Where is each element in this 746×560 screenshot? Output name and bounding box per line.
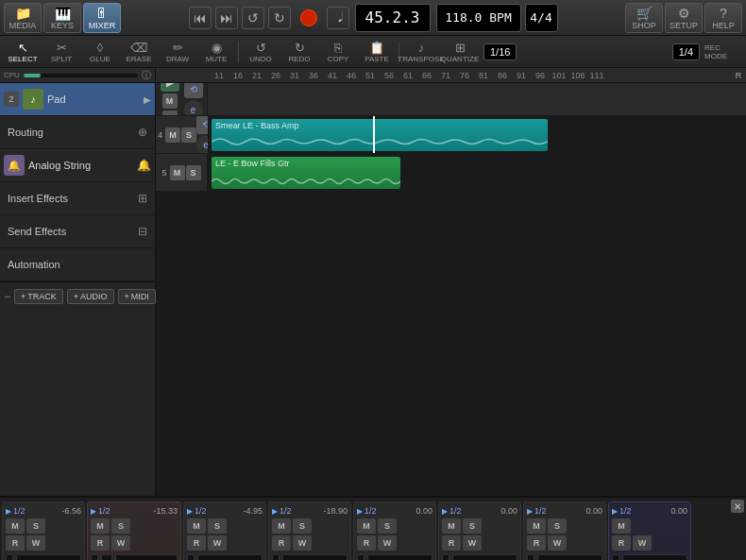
glue-tool[interactable]: ◊ GLUE (81, 39, 119, 65)
ch6-r-btn[interactable]: R (442, 535, 461, 551)
ch2-r-btn[interactable]: R (91, 535, 110, 551)
ch8-r-btn[interactable]: R (612, 535, 631, 551)
ch7-solo-btn[interactable]: S (548, 518, 567, 534)
quantize-value[interactable]: 1/16 (483, 43, 517, 60)
undo-transport-button[interactable]: ↺ (242, 7, 264, 29)
ebow-clip[interactable]: LE - E Bow Fills Gtr (212, 157, 400, 189)
ch5-solo-btn[interactable]: S (378, 518, 397, 534)
ch8-mute-btn[interactable]: M (612, 518, 631, 534)
ch4-w-btn[interactable]: W (293, 535, 312, 551)
ch5-w-btn[interactable]: W (378, 535, 397, 551)
ch1-r-btn[interactable]: R (6, 535, 25, 551)
ch3-fader-track[interactable] (197, 554, 263, 560)
bass-amp-waveform (212, 132, 548, 151)
section-automation[interactable]: Automation (0, 248, 155, 281)
ch4-solo-btn[interactable]: S (293, 518, 312, 534)
rewind-button[interactable]: ⏮ (189, 7, 212, 29)
info-icon[interactable]: ⓘ (142, 69, 151, 82)
ch7-w-btn[interactable]: W (548, 535, 567, 551)
main-area: CPU ⓘ 2 ♪ Pad ▶ Routing ⊕ 🔔 (0, 68, 746, 496)
mixer-button[interactable]: 🎚 MIXER (83, 3, 121, 33)
ch4-fader-track[interactable] (282, 554, 348, 560)
mute-tool[interactable]: ◉ MUTE (197, 39, 235, 65)
time-sig-display[interactable]: 4/4 (525, 4, 558, 32)
lane-fx-icon[interactable]: e (184, 100, 203, 116)
bpm-display[interactable]: 118.0 BPM (436, 4, 521, 32)
add-midi-button[interactable]: + MIDI (118, 289, 156, 304)
ch3-w-btn[interactable]: W (208, 535, 227, 551)
ch6-solo-btn[interactable]: S (463, 518, 482, 534)
bass-amp-mute-btn[interactable]: M (165, 127, 180, 143)
ch5-io-icon: ▶ (357, 507, 363, 516)
record-button[interactable] (300, 9, 317, 26)
ch2-w-btn[interactable]: W (111, 535, 130, 551)
ch1-fader-track[interactable] (16, 554, 81, 560)
cpu-track (24, 74, 138, 77)
paste-button[interactable]: 📋 PASTE (358, 39, 396, 65)
shop-button[interactable]: 🛒 SHOP (625, 3, 663, 33)
ch3-solo-btn[interactable]: S (208, 518, 227, 534)
transpose-button[interactable]: ♪ TRANSPOSE (402, 39, 440, 65)
track-play-icon[interactable]: ▶ (161, 83, 179, 92)
help-button[interactable]: ? HELP (704, 3, 742, 33)
section-send-effects[interactable]: Send Effects ⊟ (0, 215, 155, 248)
ebow-waveform (212, 174, 400, 189)
erase-tool[interactable]: ⌫ ERASE (120, 39, 158, 65)
ch6-mute-btn[interactable]: M (442, 518, 461, 534)
ch2-mute-btn[interactable]: M (91, 518, 110, 534)
ch2-fader-track[interactable] (115, 554, 178, 560)
ch7-ms-row: M S (527, 518, 602, 534)
add-audio-button[interactable]: + AUDIO (67, 289, 114, 304)
ch7-mute-btn[interactable]: M (527, 518, 546, 534)
ch1-solo-btn[interactable]: S (26, 518, 45, 534)
snap-value[interactable]: 1/4 (672, 43, 700, 60)
ebow-solo-btn[interactable]: S (186, 165, 201, 180)
undo-button[interactable]: ↺ UNDO (242, 39, 280, 65)
ch5-mute-btn[interactable]: M (357, 518, 376, 534)
redo-button[interactable]: ↻ REDO (280, 39, 318, 65)
ch3-r-btn[interactable]: R (187, 535, 206, 551)
bass-amp-solo-btn[interactable]: S (181, 127, 196, 143)
select-tool[interactable]: ↖ SELECT (4, 39, 42, 65)
draw-tool[interactable]: ✏ DRAW (159, 39, 196, 65)
ch8-w-btn[interactable]: W (633, 535, 652, 551)
ch1-w-btn[interactable]: W (26, 535, 45, 551)
section-routing[interactable]: Routing ⊕ (0, 116, 155, 149)
ch2-solo-btn[interactable]: S (111, 518, 130, 534)
redo-transport-button[interactable]: ↻ (268, 7, 291, 29)
bass-amp-clip[interactable]: Smear LE - Bass Amp (212, 119, 548, 151)
ch4-mute-btn[interactable]: M (272, 518, 291, 534)
ch6-w-btn[interactable]: W (463, 535, 482, 551)
ch6-fader-track[interactable] (452, 554, 517, 560)
ch1-level: -6.56 (61, 506, 81, 516)
setup-button[interactable]: ⚙ SETUP (665, 3, 703, 33)
ch5-fader-track[interactable] (367, 554, 432, 560)
ff-button[interactable]: ⏭ (215, 7, 238, 29)
ch7-r-btn[interactable]: R (527, 535, 546, 551)
media-button[interactable]: 📁 MEDIA (4, 3, 42, 33)
close-mixer-button[interactable]: ✕ (731, 500, 744, 513)
ch5-r-btn[interactable]: R (357, 535, 376, 551)
track-item-analog-string[interactable]: 🔔 Analog String 🔔 (0, 149, 155, 182)
add-track-button[interactable]: + TRACK (14, 289, 63, 304)
ebow-mute-btn[interactable]: M (170, 165, 185, 180)
lane-auto-icon[interactable]: ⟲ (184, 83, 203, 98)
ch8-buttons: M R W (612, 518, 687, 551)
ch1-mute-btn[interactable]: M (6, 518, 25, 534)
track-mute-btn[interactable]: M (162, 93, 178, 109)
copy-button[interactable]: ⎘ COPY (319, 39, 357, 65)
split-tool[interactable]: ✂ SPLIT (42, 39, 80, 65)
ch8-fader-track[interactable] (622, 554, 687, 560)
track-item-pad[interactable]: 2 ♪ Pad ▶ (0, 83, 155, 116)
quantize-button[interactable]: ⊞ QUANTIZE (441, 39, 479, 65)
ch4-r-btn[interactable]: R (272, 535, 291, 551)
rec-mode-button[interactable]: REC MODE (704, 39, 742, 65)
metronome-button[interactable]: 𝅘𝅥 (327, 7, 349, 29)
ch6-ms-row: M S (442, 518, 517, 534)
section-insert-effects[interactable]: Insert Effects ⊞ (0, 182, 155, 215)
ch7-fader-track[interactable] (537, 554, 602, 560)
select-icon: ↖ (18, 41, 28, 55)
ch3-mute-btn[interactable]: M (187, 518, 206, 534)
keys-button[interactable]: 🎹 KEYS (43, 3, 81, 33)
ch7-buttons: M S R W (527, 518, 602, 551)
